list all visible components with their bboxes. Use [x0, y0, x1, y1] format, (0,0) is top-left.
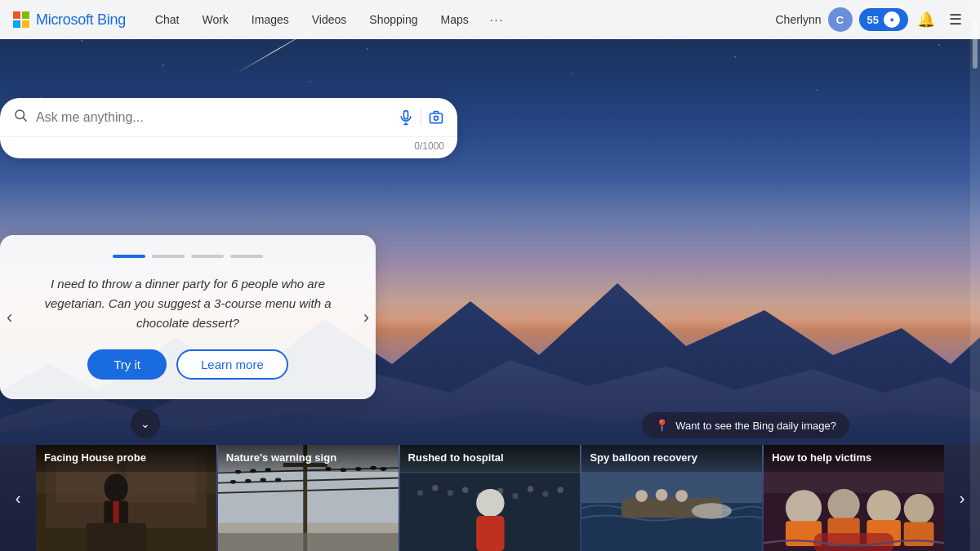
- svg-point-47: [527, 486, 532, 491]
- svg-rect-5: [430, 113, 443, 123]
- svg-point-64: [828, 489, 860, 521]
- search-divider: [421, 109, 421, 126]
- dot-1: [113, 255, 145, 258]
- news-label-4: Spy balloon recovery: [581, 445, 762, 472]
- user-avatar[interactable]: C: [828, 7, 853, 32]
- search-icon: [13, 108, 28, 127]
- daily-image-label: Want to see the Bing daily image?: [675, 420, 836, 432]
- svg-rect-70: [814, 533, 894, 551]
- daily-image-button[interactable]: 📍 Want to see the Bing daily image?: [642, 412, 849, 438]
- svg-line-1: [23, 118, 26, 121]
- points-number: 55: [867, 14, 879, 26]
- svg-rect-2: [404, 110, 408, 118]
- nav-maps[interactable]: Maps: [431, 8, 479, 31]
- logo[interactable]: Microsoft Bing: [13, 11, 126, 29]
- svg-point-49: [557, 487, 563, 493]
- dot-2: [152, 255, 185, 258]
- svg-point-68: [904, 494, 934, 524]
- navbar: Microsoft Bing Chat Work Images Videos S…: [0, 0, 980, 39]
- logo-sq-red: [13, 11, 20, 19]
- user-name: Cherlynn: [776, 13, 822, 26]
- news-item-spy-balloon-recovery[interactable]: Spy balloon recovery: [581, 445, 762, 551]
- news-item-how-to-help-victims[interactable]: How to help victims: [764, 445, 944, 551]
- news-label-2: Nature's warning sign: [218, 445, 399, 472]
- svg-point-43: [462, 487, 468, 493]
- nav-work[interactable]: Work: [192, 8, 238, 31]
- svg-point-42: [447, 490, 452, 495]
- points-badge[interactable]: 55 ✦: [859, 8, 908, 31]
- news-item-natures-warning-sign[interactable]: Nature's warning sign: [218, 445, 399, 551]
- logo-sq-blue: [13, 20, 20, 28]
- nav-chat[interactable]: Chat: [145, 8, 189, 31]
- search-action-icons: [398, 109, 444, 126]
- svg-point-48: [542, 491, 548, 496]
- search-container: 0/1000: [0, 98, 457, 158]
- news-item-rushed-to-hospital[interactable]: Rushed to hospital: [400, 445, 581, 551]
- svg-point-66: [867, 490, 902, 524]
- nav-images[interactable]: Images: [242, 8, 299, 31]
- svg-point-34: [260, 478, 265, 482]
- search-box: 0/1000: [0, 98, 457, 158]
- hamburger-menu-icon[interactable]: ☰: [944, 8, 967, 31]
- svg-point-6: [434, 116, 439, 120]
- dot-4: [230, 255, 263, 258]
- svg-point-33: [245, 479, 251, 483]
- promo-card: ‹ › I need to throw a dinner party for 6…: [0, 235, 376, 399]
- svg-point-40: [416, 490, 422, 495]
- promo-prompt-text: I need to throw a dinner party for 6 peo…: [26, 274, 350, 333]
- logo-sq-green: [22, 11, 29, 19]
- learn-more-button[interactable]: Learn more: [176, 349, 288, 380]
- scroll-down-button[interactable]: ⌄: [131, 409, 160, 438]
- scrollbar[interactable]: [970, 0, 980, 551]
- svg-point-58: [676, 490, 688, 502]
- svg-point-0: [16, 110, 24, 119]
- nav-links: Chat Work Images Videos Shopping Maps ··…: [145, 8, 513, 31]
- rewards-icon: ✦: [884, 11, 900, 28]
- nav-videos[interactable]: Videos: [302, 8, 357, 31]
- news-prev-button[interactable]: ‹: [0, 445, 36, 551]
- scrollbar-thumb[interactable]: [973, 20, 978, 69]
- promo-next-button[interactable]: ›: [363, 307, 369, 328]
- logo-text: Microsoft Bing: [36, 11, 126, 29]
- news-item-facing-house-probe[interactable]: Facing House probe: [36, 445, 216, 551]
- svg-point-41: [432, 485, 438, 491]
- try-it-button[interactable]: Try it: [87, 349, 167, 380]
- news-label-1: Facing House probe: [36, 445, 216, 472]
- dot-3: [191, 255, 224, 258]
- svg-rect-14: [113, 501, 118, 527]
- logo-text-bing: Bing: [97, 11, 126, 28]
- logo-text-microsoft: Microsoft: [36, 11, 97, 28]
- news-strip: ‹: [0, 445, 980, 551]
- search-input[interactable]: [36, 110, 390, 125]
- svg-rect-36: [218, 533, 399, 551]
- search-counter: 0/1000: [0, 136, 457, 158]
- svg-rect-69: [904, 522, 934, 545]
- promo-buttons: Try it Learn more: [26, 349, 350, 380]
- svg-point-56: [636, 490, 648, 502]
- svg-point-32: [230, 480, 236, 484]
- microphone-icon[interactable]: [398, 109, 414, 126]
- camera-search-icon[interactable]: [428, 109, 444, 126]
- microsoft-logo-grid: [13, 11, 29, 28]
- progress-dots: [26, 255, 350, 258]
- svg-rect-51: [476, 516, 504, 551]
- svg-point-12: [104, 474, 127, 502]
- svg-point-62: [786, 490, 822, 526]
- notification-bell-icon[interactable]: 🔔: [915, 8, 938, 31]
- news-items: Facing House probe: [36, 445, 944, 551]
- promo-prev-button[interactable]: ‹: [7, 307, 12, 328]
- pin-icon: 📍: [655, 419, 669, 432]
- svg-point-59: [692, 503, 732, 519]
- nav-shopping[interactable]: Shopping: [359, 8, 427, 31]
- svg-point-35: [275, 478, 281, 482]
- svg-rect-15: [86, 523, 146, 551]
- logo-sq-yellow: [22, 20, 29, 28]
- svg-point-46: [512, 493, 518, 499]
- news-label-3: Rushed to hospital: [400, 445, 581, 472]
- search-top: [0, 98, 457, 136]
- nav-more-button[interactable]: ···: [482, 8, 513, 31]
- svg-point-57: [656, 489, 668, 501]
- nav-right: Cherlynn C 55 ✦ 🔔 ☰: [776, 7, 968, 32]
- svg-point-50: [476, 489, 504, 517]
- news-label-5: How to help victims: [764, 445, 944, 472]
